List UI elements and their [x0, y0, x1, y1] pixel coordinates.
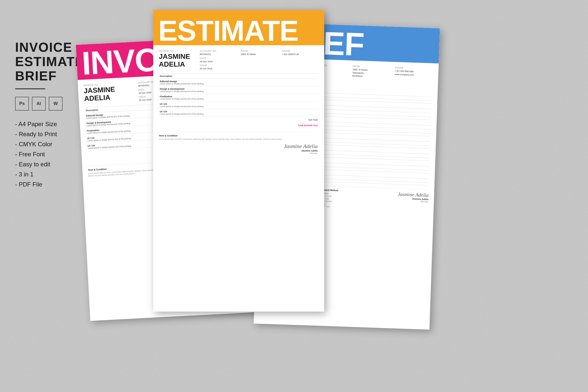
- estimate-manager-name: Jasmine Adelia: [284, 150, 318, 152]
- est-total-row: Total (Include Tax): [159, 123, 319, 128]
- est-issue-label: Issue: [200, 64, 237, 67]
- est-phone-value: + 652 283670 28: [282, 53, 319, 56]
- photoshop-icon: Ps: [15, 97, 29, 111]
- illustrator-icon: Ai: [32, 97, 46, 111]
- est-date-label: Date: [200, 57, 237, 60]
- feature-print: - Ready to Print: [15, 131, 85, 138]
- est-issue-value: 20 Jun 2019: [200, 67, 237, 70]
- word-icon: W: [49, 97, 63, 111]
- estimate-body: INVOICE TO: JASMINEADELIA Account No. 98…: [153, 45, 324, 161]
- invoice-client-name: JASMINEADELIA: [84, 85, 135, 103]
- est-terms-row: Term & Condition Lorem ipsum dolor sit a…: [159, 132, 319, 141]
- documents-area: INVOI INVOICE TO JASMINEADELIA Account N…: [83, 10, 575, 382]
- est-client-name: JASMINEADELIA: [159, 53, 196, 68]
- feature-pdf: - PDF File: [15, 181, 85, 188]
- est-terms-text: Lorem ipsum dolor sit amet, consectetur …: [159, 138, 319, 141]
- brief-payment-col: Payment Method Your BankBank AccountSwif…: [319, 188, 372, 210]
- estimate-table: Description Editorial Design Lorem ipsum…: [159, 73, 319, 117]
- feature-3in1: - 3 in 1: [15, 171, 85, 178]
- est-subtotal-row: Sub Total: [159, 117, 319, 123]
- left-panel: INVOICEESTIMATEBRIEF Ps Ai W - A4 Paper …: [15, 40, 85, 191]
- estimate-header: ESTIMATE: [153, 10, 324, 45]
- table-row: Design & Development Lorem ipsum is simp…: [159, 86, 319, 94]
- est-from-value: 1883, th Street,: [241, 53, 278, 56]
- est-terms-title: Term & Condition: [159, 134, 319, 137]
- feature-font: - Free Font: [15, 151, 85, 158]
- est-from-label: From: [241, 50, 278, 52]
- table-cell: Design & Development Lorem ipsum is simp…: [159, 86, 319, 94]
- est-account-label: Account No.: [200, 50, 237, 52]
- table-row: UI / UX Lorem ipsum is simply dummy text…: [159, 101, 319, 109]
- est-desc-header: Description: [159, 73, 319, 79]
- main-title: INVOICEESTIMATEBRIEF: [15, 40, 85, 83]
- est-account-value: 987654321: [200, 53, 237, 56]
- title-divider: [15, 88, 45, 89]
- table-cell: UI / UX Lorem ipsum is simply dummy text…: [159, 109, 319, 116]
- software-icons: Ps Ai W: [15, 97, 85, 111]
- est-phone-label: Phone: [282, 50, 319, 52]
- estimate-title: ESTIMATE: [153, 16, 298, 45]
- estimate-manager-label: Manager: [284, 152, 318, 154]
- estimate-signature-area: Jasmine Adelia Jasmine Adelia Manager: [159, 140, 319, 157]
- table-row: Finalization Lorem ipsum is simply dummy…: [159, 94, 319, 101]
- est-terms-col: Term & Condition Lorem ipsum dolor sit a…: [159, 134, 319, 141]
- brief-signature-col: Jasmine Adelia Jasmine Adelia Manager: [376, 190, 429, 212]
- est-date-value: 18 Dec 2018: [200, 60, 237, 63]
- feature-cmyk: - CMYK Color: [15, 141, 85, 148]
- table-cell: UI / UX Lorem ipsum is simply dummy text…: [159, 101, 319, 109]
- feature-edit: - Easy to edit: [15, 161, 85, 168]
- table-row: Editorial Design Lorem ipsum is simply d…: [159, 79, 319, 86]
- feature-paper: - A4 Paper Size: [15, 121, 85, 128]
- estimate-card: ESTIMATE INVOICE TO: JASMINEADELIA Accou…: [153, 10, 324, 312]
- table-row: UI / UX Lorem ipsum is simply dummy text…: [159, 109, 319, 116]
- table-cell: Finalization Lorem ipsum is simply dummy…: [159, 94, 319, 101]
- table-cell: Editorial Design Lorem ipsum is simply d…: [159, 79, 319, 86]
- features-list: - A4 Paper Size - Ready to Print - CMYK …: [15, 121, 85, 188]
- estimate-signature: Jasmine Adelia: [284, 143, 318, 150]
- brief-from-value: 1883, th Street,Yellowknife,Northwest: [352, 68, 391, 79]
- brief-payment-text: Your BankBank AccountSwift CodeCard Paym…: [319, 192, 372, 210]
- est-invoice-to-label: INVOICE TO:: [159, 50, 196, 52]
